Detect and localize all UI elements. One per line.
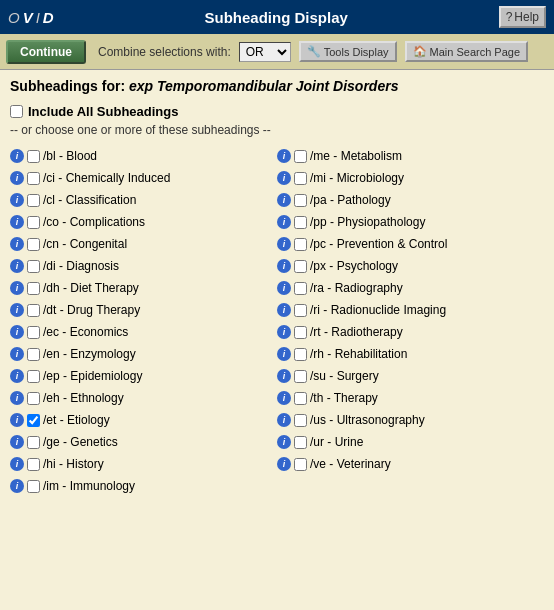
info-icon[interactable]: i (10, 325, 24, 339)
subheading-checkbox[interactable] (27, 304, 40, 317)
info-icon[interactable]: i (277, 149, 291, 163)
header-title: Subheading Display (54, 9, 499, 26)
list-item: i/dh - Diet Therapy (10, 277, 277, 299)
info-icon[interactable]: i (10, 413, 24, 427)
list-item: i/rt - Radiotherapy (277, 321, 544, 343)
help-button[interactable]: ? Help (499, 6, 546, 28)
subheading-checkbox[interactable] (294, 348, 307, 361)
subheading-checkbox[interactable] (294, 260, 307, 273)
subheading-label: /co - Complications (43, 215, 145, 229)
logo-v: V (23, 9, 33, 26)
subheading-checkbox[interactable] (27, 216, 40, 229)
subheading-checkbox[interactable] (27, 238, 40, 251)
subheading-checkbox[interactable] (294, 150, 307, 163)
subheading-checkbox[interactable] (294, 282, 307, 295)
subheading-label: /ge - Genetics (43, 435, 118, 449)
info-icon[interactable]: i (277, 457, 291, 471)
subheading-label: /im - Immunology (43, 479, 135, 493)
subject-name: exp Temporomandibular Joint Disorders (129, 78, 398, 94)
subheading-checkbox[interactable] (294, 414, 307, 427)
subheading-checkbox[interactable] (27, 370, 40, 383)
info-icon[interactable]: i (277, 237, 291, 251)
subheading-checkbox[interactable] (27, 150, 40, 163)
subheading-checkbox[interactable] (294, 326, 307, 339)
subheading-label: /ec - Economics (43, 325, 128, 339)
info-icon[interactable]: i (10, 347, 24, 361)
info-icon[interactable]: i (277, 215, 291, 229)
subheading-label: /pp - Physiopathology (310, 215, 425, 229)
continue-button[interactable]: Continue (6, 40, 86, 64)
list-item: i/ur - Urine (277, 431, 544, 453)
info-icon[interactable]: i (10, 171, 24, 185)
info-icon[interactable]: i (277, 391, 291, 405)
subheading-label: /ci - Chemically Induced (43, 171, 170, 185)
subheading-checkbox[interactable] (294, 172, 307, 185)
list-item: i/ri - Radionuclide Imaging (277, 299, 544, 321)
info-icon[interactable]: i (277, 347, 291, 361)
combine-select[interactable]: OR AND (239, 42, 291, 62)
info-icon[interactable]: i (10, 149, 24, 163)
combine-label: Combine selections with: (98, 45, 231, 59)
info-icon[interactable]: i (277, 435, 291, 449)
info-icon[interactable]: i (10, 281, 24, 295)
subheading-checkbox[interactable] (27, 282, 40, 295)
subheading-checkbox[interactable] (27, 348, 40, 361)
subheading-checkbox[interactable] (27, 458, 40, 471)
subheading-checkbox[interactable] (27, 194, 40, 207)
list-item: i/pp - Physiopathology (277, 211, 544, 233)
subheading-checkbox[interactable] (27, 326, 40, 339)
list-item: i/th - Therapy (277, 387, 544, 409)
main-search-button[interactable]: 🏠 Main Search Page (405, 41, 529, 62)
info-icon[interactable]: i (277, 259, 291, 273)
info-icon[interactable]: i (277, 193, 291, 207)
list-item: i/im - Immunology (10, 475, 277, 497)
subheading-checkbox[interactable] (294, 392, 307, 405)
subheading-checkbox[interactable] (27, 480, 40, 493)
question-icon: ? (506, 10, 513, 24)
subheading-label: /dt - Drug Therapy (43, 303, 140, 317)
include-all-checkbox[interactable] (10, 105, 23, 118)
subheading-checkbox[interactable] (27, 172, 40, 185)
subheading-checkbox[interactable] (27, 260, 40, 273)
list-item: i/me - Metabolism (277, 145, 544, 167)
info-icon[interactable]: i (277, 413, 291, 427)
info-icon[interactable]: i (10, 457, 24, 471)
list-item: i/ra - Radiography (277, 277, 544, 299)
info-icon[interactable]: i (10, 215, 24, 229)
info-icon[interactable]: i (277, 281, 291, 295)
list-item: i/rh - Rehabilitation (277, 343, 544, 365)
subheading-checkbox[interactable] (294, 194, 307, 207)
tools-display-button[interactable]: 🔧 Tools Display (299, 41, 397, 62)
subheading-label: /me - Metabolism (310, 149, 402, 163)
subheading-label: /us - Ultrasonography (310, 413, 425, 427)
info-icon[interactable]: i (10, 479, 24, 493)
info-icon[interactable]: i (10, 303, 24, 317)
subheading-checkbox[interactable] (294, 304, 307, 317)
info-icon[interactable]: i (10, 259, 24, 273)
list-item: i/et - Etiology (10, 409, 277, 431)
subheading-label: /bl - Blood (43, 149, 97, 163)
info-icon[interactable]: i (10, 193, 24, 207)
subheading-checkbox[interactable] (294, 370, 307, 383)
subheading-checkbox[interactable] (294, 238, 307, 251)
info-icon[interactable]: i (10, 435, 24, 449)
info-icon[interactable]: i (277, 171, 291, 185)
subheading-checkbox[interactable] (294, 216, 307, 229)
info-icon[interactable]: i (10, 237, 24, 251)
list-item: i/ec - Economics (10, 321, 277, 343)
info-icon[interactable]: i (277, 303, 291, 317)
subheading-label: /px - Psychology (310, 259, 398, 273)
subheading-checkbox[interactable] (294, 458, 307, 471)
info-icon[interactable]: i (10, 391, 24, 405)
subheading-label: /ri - Radionuclide Imaging (310, 303, 446, 317)
info-icon[interactable]: i (277, 369, 291, 383)
choose-text: -- or choose one or more of these subhea… (10, 123, 544, 137)
subheading-checkbox[interactable] (294, 436, 307, 449)
subheading-checkbox[interactable] (27, 392, 40, 405)
info-icon[interactable]: i (277, 325, 291, 339)
subheading-label: /cn - Congenital (43, 237, 127, 251)
subheading-checkbox[interactable] (27, 436, 40, 449)
header-bar: O V I D Subheading Display ? Help (0, 0, 554, 34)
subheading-checkbox[interactable] (27, 414, 40, 427)
info-icon[interactable]: i (10, 369, 24, 383)
